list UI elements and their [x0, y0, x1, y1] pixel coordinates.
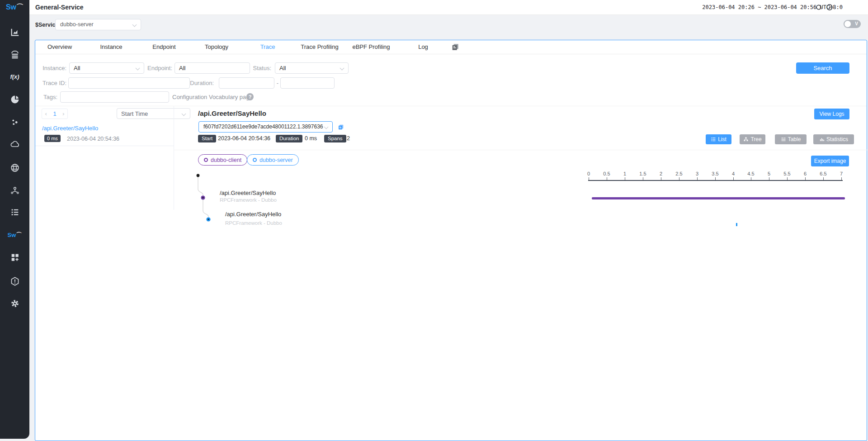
search-button[interactable]: Search [796, 62, 849, 74]
tags-filter-label: Tags: [35, 91, 57, 103]
trace-item-name[interactable]: /api.Greeter/SayHello [42, 125, 98, 132]
gear-icon [10, 299, 20, 308]
axis-tick-label: 5.5 [783, 171, 790, 176]
sidebar-item-database[interactable] [0, 49, 29, 61]
axis-tick-label: 4.5 [747, 171, 754, 176]
tab-trace[interactable]: Trace [260, 41, 275, 53]
span-name[interactable]: /api.Greeter/SayHello [220, 190, 276, 196]
trace-detail-title: /api.Greeter/SayHello [198, 109, 266, 117]
sidebar-item-alerting[interactable] [0, 276, 29, 288]
sidebar-item-menus[interactable] [0, 207, 29, 219]
chart-icon [10, 27, 20, 37]
span-name[interactable]: /api.Greeter/SayHello [225, 211, 281, 218]
sidebar-item-dashboards[interactable] [0, 252, 29, 264]
sidebar-item-cloud[interactable] [0, 139, 29, 151]
sidebar-item-functions[interactable]: f(x) [0, 73, 29, 80]
status-filter-label: Status: [243, 62, 271, 74]
view-statistics-button[interactable]: Statistics [813, 134, 854, 144]
panel-divider [174, 106, 174, 210]
status-filter-select[interactable]: All [275, 62, 349, 74]
legend-dubbo-client[interactable]: dubbo-client [198, 154, 247, 166]
view-logs-button[interactable]: View Logs [814, 109, 849, 119]
trace-id-filter-label: Trace ID: [35, 77, 66, 89]
axis-tick-label: 1.5 [639, 171, 646, 176]
layers-icon [10, 49, 20, 59]
trace-id-filter-input[interactable] [68, 77, 190, 89]
trace-list-item[interactable]: /api.Greeter/SayHello 0 ms 2023-06-04 20… [35, 122, 174, 146]
duration-min-input[interactable] [219, 77, 274, 89]
scatter-dots-icon [10, 117, 20, 127]
chevron-down-icon [324, 125, 329, 129]
sidebar-item-sampling[interactable] [0, 117, 29, 129]
legend-dubbo-server[interactable]: dubbo-server [247, 154, 299, 166]
axis-tick-label: 2 [660, 171, 662, 176]
grid-plus-icon [10, 252, 20, 262]
axis-tick-label: 6 [804, 171, 807, 176]
sidebar-item-browser[interactable] [0, 95, 29, 106]
tab-log[interactable]: Log [418, 41, 428, 53]
skywalking-logo-icon[interactable]: Sw⌒ [0, 3, 29, 12]
timeline-axis [588, 180, 843, 181]
sidebar-item-gateway[interactable] [0, 163, 29, 175]
tree-view-icon [743, 137, 749, 142]
spans-badge: Spans [324, 135, 346, 142]
tabs-divider [35, 54, 867, 54]
view-list-button[interactable]: List [706, 134, 731, 144]
copy-trace-id-icon[interactable] [337, 123, 344, 133]
configuration-vocabulary-link[interactable]: Configuration Vocabulary page [172, 91, 253, 103]
sidebar-item-infrastructure[interactable] [0, 185, 29, 197]
instance-filter-select[interactable]: All [69, 62, 144, 74]
sidebar-item-settings[interactable] [0, 299, 29, 310]
chevron-down-icon [132, 23, 137, 27]
trace-id-select[interactable]: f607fd7202d611ee9de7acde48001122.1.38976… [198, 121, 333, 133]
sidebar-item-skywalking[interactable]: Sw⌒ [0, 231, 29, 239]
tab-endpoint[interactable]: Endpoint [152, 41, 175, 53]
tab-overview[interactable]: Overview [47, 41, 72, 53]
client-span-bar[interactable] [592, 197, 845, 199]
service-select[interactable]: dubbo-server [55, 19, 141, 30]
copy-icon[interactable] [451, 43, 460, 53]
globe-icon [10, 163, 20, 173]
chevron-down-icon [340, 66, 344, 71]
service-select-value: dubbo-server [60, 21, 94, 28]
toggle-label: V [855, 21, 858, 26]
span-tree-connector [193, 174, 216, 226]
tab-ebpf-profiling[interactable]: eBPF Profiling [352, 41, 390, 53]
sidebar: Sw⌒ f(x) Sw⌒ [0, 0, 29, 439]
statistics-icon [819, 137, 825, 142]
axis-tick-label: 7 [840, 171, 843, 176]
list-view-icon [711, 137, 716, 142]
endpoint-filter-input[interactable]: All [175, 62, 250, 74]
filters-divider [35, 106, 867, 106]
tab-topology[interactable]: Topology [205, 41, 228, 53]
axis-tick-label: 1 [623, 171, 626, 176]
pagination-page-number[interactable]: 1 [53, 110, 56, 117]
pagination-next-icon[interactable]: › [62, 110, 65, 117]
tags-filter-input[interactable] [60, 91, 169, 103]
root-span-dot [197, 174, 200, 177]
legend-circle-icon [204, 158, 208, 162]
duration-max-input[interactable] [280, 77, 335, 89]
sort-order-select[interactable]: Start Time [117, 108, 190, 119]
view-table-button[interactable]: Table [775, 134, 807, 144]
help-icon[interactable]: ? [246, 93, 254, 100]
span-framework: RPCFramework - Dubbo [225, 220, 282, 226]
pagination-prev-icon[interactable]: ‹ [45, 110, 47, 117]
axis-tick-label: 4 [732, 171, 735, 176]
axis-tick-label: 5 [768, 171, 770, 176]
sidebar-item-general-service[interactable] [0, 27, 29, 39]
ui-version-toggle[interactable]: V [844, 20, 861, 28]
detail-divider [174, 150, 868, 150]
pagination: ‹ 1 › [42, 109, 68, 119]
server-span-bar[interactable] [736, 223, 737, 226]
tab-instance[interactable]: Instance [100, 41, 122, 53]
span-framework: RPCFramework - Dubbo [220, 197, 277, 203]
export-image-button[interactable]: Export image [811, 156, 849, 166]
start-badge: Start [198, 135, 216, 142]
refresh-icon[interactable] [815, 4, 822, 13]
view-tree-button[interactable]: Tree [740, 134, 765, 144]
info-icon[interactable] [826, 4, 833, 13]
duration-separator: - [275, 77, 280, 89]
toggle-knob [844, 21, 851, 27]
tab-trace-profiling[interactable]: Trace Profiling [301, 41, 338, 53]
